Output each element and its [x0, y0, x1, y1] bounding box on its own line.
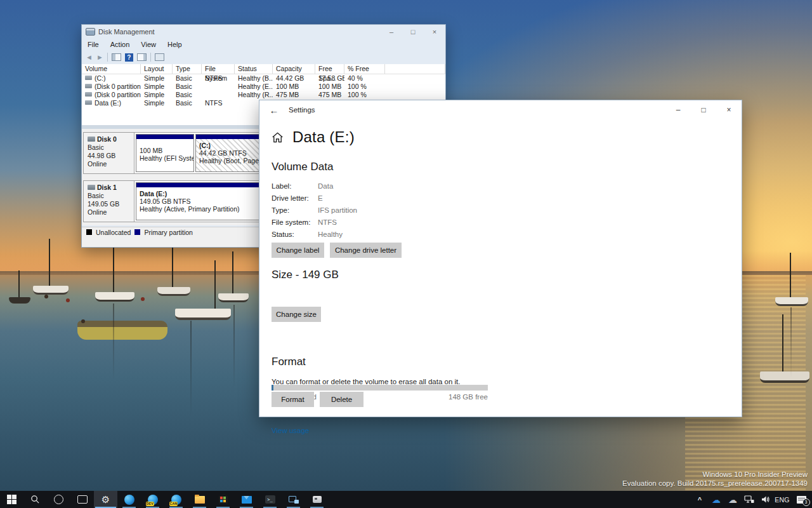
boat-silhouette	[175, 309, 231, 320]
column-header[interactable]: Layout	[141, 64, 173, 74]
partition-efi[interactable]: 100 MB Healthy (EFI System	[136, 134, 194, 172]
taskbar-settings-button[interactable]: ⚙	[94, 491, 117, 508]
disk0-label[interactable]: Disk 0 Basic 44.98 GB Online	[84, 133, 134, 173]
buoy	[141, 297, 145, 301]
menu-file[interactable]: File	[88, 41, 99, 48]
format-description: You can format or delete the volume to e…	[272, 378, 460, 385]
size-progress-fill	[272, 385, 273, 391]
format-button[interactable]: Format	[272, 392, 314, 407]
taskbar-store-button[interactable]	[211, 491, 235, 508]
field-label: Label:	[272, 182, 318, 194]
rowboat-silhouette	[77, 321, 167, 340]
home-icon[interactable]	[272, 131, 284, 144]
disk-management-title: Disk Management	[98, 28, 381, 36]
minimize-button[interactable]: –	[381, 25, 402, 38]
file-explorer-icon	[195, 496, 205, 504]
taskbar-edge-dev-button[interactable]: DEV	[141, 491, 164, 508]
start-button[interactable]	[0, 491, 23, 508]
disk-type: Basic	[88, 192, 104, 199]
taskbar-connect-button[interactable]	[282, 491, 305, 508]
cortana-icon	[54, 495, 63, 504]
taskbar-mail-button[interactable]	[235, 491, 258, 508]
menu-view[interactable]: View	[141, 41, 156, 48]
microsoft-store-icon	[219, 496, 228, 504]
column-header[interactable]: Volume	[82, 64, 141, 74]
task-view-button[interactable]	[70, 491, 94, 508]
action-center-icon: 3	[797, 496, 806, 504]
maximize-button[interactable]: □	[402, 25, 424, 38]
disk-name: Disk 1	[97, 184, 117, 191]
view-usage-link[interactable]: View usage	[272, 427, 309, 434]
table-row[interactable]: (Disk 0 partition 4) Simple Basic Health…	[82, 91, 445, 99]
boat-silhouette	[95, 292, 134, 302]
free-label: 148 GB free	[449, 393, 488, 401]
column-header[interactable]: Status	[235, 64, 273, 74]
volume-name: (Disk 0 partition 4)	[95, 91, 141, 98]
back-icon[interactable]: ◄	[86, 53, 93, 61]
properties-icon[interactable]	[155, 53, 164, 61]
column-header[interactable]: % Free	[344, 64, 385, 74]
cloud-icon: ☁	[728, 495, 737, 505]
speaker-icon	[761, 495, 771, 504]
network-tray-button[interactable]	[741, 495, 757, 504]
cortana-button[interactable]	[47, 491, 70, 508]
menu-action[interactable]: Action	[110, 41, 130, 48]
taskbar-terminal-button[interactable]: >_	[258, 491, 282, 508]
volume-fields: Label: Data Drive letter: E Type: IFS pa…	[272, 182, 357, 243]
column-header[interactable]: Capacity	[273, 64, 315, 74]
boat-silhouette	[9, 297, 30, 304]
action-pane-icon[interactable]	[137, 53, 147, 61]
settings-title: Settings	[289, 106, 665, 114]
volume-icon	[85, 100, 92, 105]
volume-tray-button[interactable]	[757, 495, 774, 504]
connect-displays-icon	[289, 496, 299, 504]
forward-icon[interactable]: ►	[96, 53, 103, 61]
edge-dev-icon: DEV	[148, 495, 158, 505]
close-button[interactable]: ×	[716, 100, 742, 119]
taskbar-edge-canary-button[interactable]: CAN	[164, 491, 188, 508]
column-header[interactable]: Free Spa...	[315, 64, 344, 74]
language-indicator[interactable]: ENG	[774, 496, 790, 504]
disk-management-menubar: File Action View Help	[82, 38, 445, 50]
dev-badge: DEV	[146, 502, 154, 506]
field-label: Type:	[272, 206, 318, 218]
action-center-button[interactable]: 3	[790, 496, 812, 504]
taskbar-file-explorer-button[interactable]	[188, 491, 211, 508]
size-progress-bar	[272, 385, 488, 391]
system-tray: ^ ☁ ☁ ENG 3	[691, 491, 812, 508]
back-icon[interactable]: ←	[259, 105, 289, 116]
column-header[interactable]: File System	[202, 64, 235, 74]
table-row[interactable]: (Disk 0 partition 1) Simple Basic Health…	[82, 83, 445, 91]
canary-badge: CAN	[169, 502, 178, 506]
disk1-label[interactable]: Disk 1 Basic 149.05 GB Online	[84, 181, 134, 222]
boat-silhouette	[33, 286, 69, 295]
onedrive-personal-tray-button[interactable]: ☁	[724, 495, 741, 505]
boat-silhouette	[775, 297, 808, 306]
console-tree-icon[interactable]	[112, 53, 121, 61]
tray-overflow-button[interactable]: ^	[691, 496, 708, 504]
taskbar-edge-button[interactable]	[117, 491, 141, 508]
disk-icon	[88, 185, 95, 190]
volume-name: Data (E:)	[95, 99, 121, 107]
watermark-line1: Windows 10 Pro Insider Preview	[622, 471, 808, 479]
search-button[interactable]	[23, 491, 47, 508]
maximize-button[interactable]: □	[691, 100, 716, 119]
disk-management-titlebar[interactable]: Disk Management – □ ×	[82, 25, 445, 38]
close-button[interactable]: ×	[424, 25, 445, 38]
table-row[interactable]: (C:) Simple Basic NTFS Healthy (B... 44.…	[82, 74, 445, 83]
buoy	[81, 319, 85, 323]
change-drive-letter-button[interactable]: Change drive letter	[330, 243, 402, 258]
edge-icon	[124, 495, 134, 505]
delete-button[interactable]: Delete	[320, 392, 363, 407]
minimize-button[interactable]: –	[665, 100, 691, 119]
column-header[interactable]: Type	[173, 64, 202, 74]
buoy	[66, 298, 70, 302]
menu-help[interactable]: Help	[167, 41, 182, 48]
mast-reflection	[790, 307, 792, 377]
onedrive-tray-button[interactable]: ☁	[708, 495, 724, 505]
help-icon[interactable]: ?	[125, 53, 133, 62]
settings-titlebar[interactable]: ← Settings – □ ×	[259, 100, 742, 119]
change-size-button[interactable]: Change size	[272, 307, 321, 322]
taskbar-app-button[interactable]	[305, 491, 329, 508]
change-label-button[interactable]: Change label	[272, 243, 324, 258]
